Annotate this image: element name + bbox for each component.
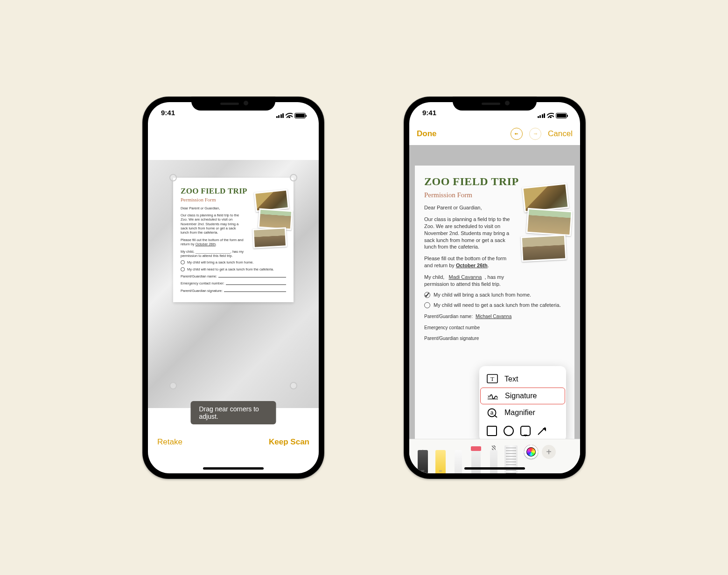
- popover-text[interactable]: T Text: [479, 371, 566, 388]
- cancel-button[interactable]: Cancel: [548, 129, 573, 139]
- status-time: 9:41: [161, 109, 175, 123]
- battery-icon: [556, 113, 567, 118]
- status-time: 9:41: [422, 109, 436, 123]
- redo-button[interactable]: [529, 128, 541, 140]
- shape-speech-bubble[interactable]: [520, 426, 531, 436]
- svg-text:T: T: [490, 375, 494, 382]
- signal-icon: [538, 113, 546, 118]
- doc-body1: Our class is planning a field trip to th…: [424, 216, 511, 250]
- home-indicator[interactable]: [203, 467, 264, 470]
- option-sack-cafeteria: My child will need to get a sack lunch f…: [181, 267, 286, 271]
- popover-signature[interactable]: x Signature: [480, 388, 565, 404]
- popover-shapes: [479, 421, 566, 437]
- home-indicator[interactable]: [464, 467, 525, 470]
- popover-tail: [546, 437, 554, 439]
- markup-header: Done Cancel: [409, 123, 580, 145]
- hint-toast: Drag near corners to adjust.: [191, 401, 276, 424]
- doc-child: My child, __________________, has my per…: [181, 249, 244, 258]
- option-sack-home: My child will bring a sack lunch from ho…: [181, 260, 286, 264]
- crop-handle-tr[interactable]: [290, 174, 297, 181]
- hl-size-label: 80: [439, 470, 442, 472]
- svg-text:a: a: [490, 409, 494, 416]
- popover-magnifier-label: Magnifier: [504, 408, 535, 418]
- screen-scan: 9:41 ZOO FIELD TRIP Permission Form Dear: [148, 102, 319, 473]
- field-guardian-name: Parent/Guardian name:Michael Cavanna: [424, 313, 565, 320]
- doc-body1: Our class is planning a field trip to th…: [181, 213, 244, 235]
- field-guardian-name: Parent/Guardian name:: [181, 274, 286, 278]
- field-signature: Parent/Guardian signature: [424, 335, 565, 342]
- crop-handle-br[interactable]: [290, 382, 297, 389]
- crop-handle-tl[interactable]: [169, 174, 177, 181]
- popover-text-label: Text: [504, 374, 518, 384]
- undo-button[interactable]: [511, 128, 523, 140]
- done-button[interactable]: Done: [417, 129, 437, 139]
- shape-circle[interactable]: [504, 426, 514, 436]
- wifi-icon: [547, 113, 554, 118]
- scan-bottom-bar: Retake Keep Scan: [148, 424, 319, 473]
- screen-markup: 9:41 Done Cancel ZOO FIELD TRIP: [409, 102, 580, 473]
- notch: [453, 97, 537, 111]
- scanned-document[interactable]: ZOO FIELD TRIP Permission Form Dear Pare…: [173, 178, 294, 303]
- shape-arrow[interactable]: [537, 426, 547, 436]
- photo-elephant: [521, 234, 567, 262]
- phone-markup: 9:41 Done Cancel ZOO FIELD TRIP: [404, 97, 586, 479]
- child-name-filled: Madi Cavanna: [446, 274, 484, 280]
- field-emergency: Emergency contact number:: [181, 281, 286, 285]
- signature-icon: x: [487, 391, 498, 401]
- guardian-name-filled: Michael Cavanna: [475, 313, 512, 320]
- battery-icon: [294, 113, 306, 118]
- photo-elephant: [252, 227, 287, 249]
- tool-pen[interactable]: 97: [415, 443, 430, 473]
- doc-body2: Please fill out the bottom of the form a…: [181, 238, 244, 247]
- scan-viewport: ZOO FIELD TRIP Permission Form Dear Pare…: [148, 123, 319, 408]
- wifi-icon: [286, 113, 293, 118]
- camera-background: ZOO FIELD TRIP Permission Form Dear Pare…: [148, 160, 319, 408]
- popover-signature-label: Signature: [505, 391, 537, 401]
- photo-meerkats: [526, 208, 573, 236]
- keep-scan-button[interactable]: Keep Scan: [269, 437, 309, 447]
- add-button[interactable]: +: [542, 445, 556, 459]
- crop-handle-bl[interactable]: [169, 382, 177, 389]
- document-page[interactable]: ZOO FIELD TRIP Permission Form Dear Pare…: [415, 166, 574, 439]
- status-icons: [276, 109, 306, 123]
- option-sack-home: My child will bring a sack lunch from ho…: [424, 291, 565, 298]
- doc-child: My child, Madi Cavanna, has my permissio…: [424, 274, 511, 288]
- text-icon: T: [487, 374, 498, 384]
- doc-body2: Please fill out the bottom of the form a…: [424, 255, 511, 269]
- checkmark-icon: [424, 292, 430, 298]
- pen-size-label: 97: [421, 470, 425, 472]
- field-emergency: Emergency contact numbe: [424, 325, 565, 331]
- field-signature: Parent/Guardian signature:: [181, 289, 286, 293]
- popover-magnifier[interactable]: a Magnifier: [479, 404, 566, 421]
- notch: [191, 97, 275, 111]
- tool-pencil[interactable]: [451, 443, 466, 473]
- retake-button[interactable]: Retake: [157, 437, 182, 447]
- svg-line-6: [495, 416, 497, 417]
- phone-scan: 9:41 ZOO FIELD TRIP Permission Form Dear: [142, 97, 324, 479]
- add-popover: T Text x Signature a Magnif: [479, 366, 566, 439]
- shape-rectangle[interactable]: [487, 426, 497, 436]
- signal-icon: [276, 113, 284, 118]
- tool-highlighter[interactable]: 80: [433, 443, 448, 473]
- status-icons: [538, 109, 567, 123]
- magnifier-icon: a: [487, 408, 498, 418]
- option-sack-cafeteria: My child will need to get a sack lunch f…: [424, 302, 565, 309]
- markup-canvas[interactable]: ZOO FIELD TRIP Permission Form Dear Pare…: [409, 145, 580, 439]
- color-picker[interactable]: [524, 445, 538, 459]
- photo-meerkats: [258, 208, 293, 230]
- doc-greeting: Dear Parent or Guardian,: [424, 204, 511, 211]
- doc-greeting: Dear Parent or Guardian,: [181, 206, 244, 210]
